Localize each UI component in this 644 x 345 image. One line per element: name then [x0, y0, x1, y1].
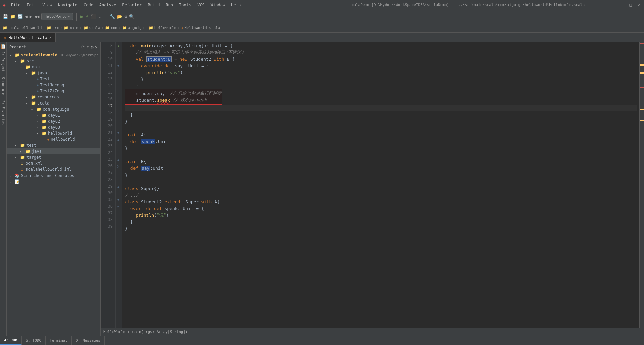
tree-item-scratches[interactable]: ▸ 📝 [7, 179, 100, 185]
toolbar-stop-icon[interactable]: ⬛ [91, 14, 96, 19]
override-marker-26[interactable]: ○! [117, 164, 121, 168]
toolbar-icon-nav[interactable]: ◀◀ [34, 14, 40, 19]
code-37-p2: ) [166, 213, 169, 218]
breadcrumb-main[interactable]: 📁 main [64, 26, 78, 30]
tab-close-button[interactable]: ✕ [49, 36, 51, 39]
tree-item-day01[interactable]: ▸ 📁 day01 [7, 112, 100, 118]
menu-analyze[interactable]: Analyze [97, 2, 119, 8]
override-marker-21[interactable]: ○! [117, 131, 121, 135]
override-marker-11[interactable]: ○! [117, 64, 121, 68]
run-marker-8[interactable]: ▶ [118, 44, 120, 48]
menu-view[interactable]: View [40, 2, 55, 8]
toolbar-icon-undo[interactable]: 💾 [3, 14, 8, 19]
menu-file[interactable]: File [8, 2, 23, 8]
project-selector[interactable]: HelloWorld ▾ [41, 13, 73, 20]
breadcrumb-scalahelloworld[interactable]: 📁 scalahelloworld [3, 26, 42, 30]
label-testjeceng: TestJeceng [40, 83, 64, 87]
override-marker-22[interactable]: ○! [117, 138, 121, 141]
tree-item-java[interactable]: ▾ 📁 java [7, 70, 100, 76]
tab-helloworld[interactable]: ◈ HelloWorld.scala ✕ [0, 33, 56, 42]
bottom-tab-run[interactable]: 4: Run [0, 336, 22, 345]
toolbar-icon-forward[interactable]: ▶ [30, 14, 32, 19]
hide-icon[interactable]: ✕ [95, 44, 98, 50]
tree-item-main[interactable]: ▾ 📁 main [7, 64, 100, 70]
folder-java-test-icon: 📁 [25, 149, 31, 154]
maximize-button[interactable]: □ [628, 2, 633, 8]
gutter-8: ▶ [116, 42, 122, 49]
scroll-warn-2 [640, 72, 644, 74]
tree-item-java-test[interactable]: ▸ 📁 java [7, 148, 100, 154]
run-button[interactable]: ▶ [80, 13, 84, 20]
sync-icon[interactable]: ⟳ [81, 44, 85, 50]
tree-item-helloworld-file[interactable]: ▸ ◈ HelloWorld [7, 136, 100, 142]
override-marker-35[interactable]: ○! [117, 198, 121, 202]
bottom-tab-todo[interactable]: 6: TODO [22, 336, 46, 345]
breadcrumb-com[interactable]: 📁 com [105, 26, 117, 30]
tree-item-scalahelloworld[interactable]: ▾ 📁 scalahelloworld D:\MyWork\WorkSpa... [7, 52, 100, 58]
toolbar-coverage-icon[interactable]: 🛡 [98, 14, 103, 19]
override-marker-36[interactable]: ▽! [117, 205, 121, 208]
code-line-18: } [125, 111, 637, 118]
tree-item-testjeceng[interactable]: ▸ ☕ TestJeceng [7, 82, 100, 88]
gutter-23 [116, 143, 122, 149]
linenum-16: 16 [101, 96, 115, 102]
override-marker-29[interactable]: ○! [117, 185, 121, 188]
tree-item-iml[interactable]: ▸ 🗒 scalahelloworld.iml [7, 166, 100, 172]
toolbar-icon-back[interactable]: ◀ [25, 14, 28, 19]
bottom-tab-messages[interactable]: 0: Messages [72, 336, 105, 345]
sidebar-title: Project [9, 45, 26, 49]
toolbar-icon-sdk[interactable]: 🔧 [110, 14, 115, 19]
override-marker-25[interactable]: ○! [117, 158, 121, 161]
gutter-25: ○! [116, 156, 122, 163]
code-line-17 [125, 105, 637, 111]
nav-structure-label[interactable]: Structure [1, 77, 5, 95]
breadcrumb-helloworld-file[interactable]: ◈ HelloWorld.scala [181, 26, 220, 30]
toolbar-icon-refresh[interactable]: 🔄 [17, 14, 23, 19]
breadcrumb-helloworld[interactable]: 📁 helloworld [149, 26, 176, 30]
toolbar-icon-open[interactable]: 📂 [117, 14, 122, 19]
menu-navigate[interactable]: Navigate [55, 2, 80, 8]
tree-item-target[interactable]: ▸ 📁 target [7, 154, 100, 160]
tree-item-scala-folder[interactable]: ▾ 📁 scala [7, 100, 100, 106]
settings-icon[interactable]: ⚙ [91, 44, 93, 50]
tree-item-src[interactable]: ▾ 📁 src [7, 58, 100, 64]
menu-run[interactable]: Run [163, 2, 176, 8]
code-lines-area[interactable]: def main(args: Array[String]): Unit = { … [122, 42, 639, 328]
nav-project-label[interactable]: 1: Project [1, 52, 5, 72]
menu-tools[interactable]: Tools [176, 2, 194, 8]
menu-refactor[interactable]: Refactor [119, 2, 144, 8]
toolbar-icon-search[interactable]: 🔍 [129, 14, 135, 19]
toolbar-icon-settings[interactable]: ⚙ [124, 14, 127, 19]
close-button[interactable]: ✕ [636, 2, 641, 8]
nav-project-icon[interactable]: 📋 [0, 44, 6, 49]
minimize-button[interactable]: ─ [620, 2, 625, 8]
breadcrumb-atguigu[interactable]: 📁 atguigu [122, 26, 144, 30]
right-scroll-panel [639, 42, 644, 328]
toolbar-icon-save[interactable]: 📁 [10, 14, 15, 19]
tree-item-testzizeng[interactable]: ▸ ☕ TestZiZeng [7, 88, 100, 94]
code-line-27: } [125, 171, 637, 178]
tree-item-resources[interactable]: ▸ 📁 resources [7, 94, 100, 100]
bottom-tab-terminal[interactable]: Terminal [46, 336, 72, 345]
tree-item-pom[interactable]: ▸ 🗒 pom.xml [7, 160, 100, 166]
tree-item-helloworld-folder[interactable]: ▾ 📁 helloworld [7, 130, 100, 136]
menu-edit[interactable]: Edit [24, 2, 39, 8]
nav-favorites-label[interactable]: 2: Favorites [1, 100, 5, 125]
tree-item-test-folder[interactable]: ▾ 📁 test [7, 142, 100, 148]
tree-item-day02[interactable]: ▸ 📁 day02 [7, 118, 100, 124]
breadcrumb-src[interactable]: 📁 src [47, 26, 59, 30]
tree-item-day03[interactable]: ▸ 📁 day03 [7, 124, 100, 130]
tree-item-external-libs[interactable]: ▸ 📚 Scratches and Consoles [7, 172, 100, 179]
collapse-icon[interactable]: ⬆ [87, 44, 89, 50]
tree-item-test-class[interactable]: ▸ ☕ Test [7, 76, 100, 82]
tree-item-com-atguigu[interactable]: ▾ 📁 com.atguigu [7, 106, 100, 112]
toolbar-build-icon[interactable]: ⚡ [86, 13, 89, 20]
student-b-highlight: student:B [146, 56, 172, 62]
menu-code[interactable]: Code [81, 2, 96, 8]
menu-help[interactable]: Help [228, 2, 244, 8]
menu-vcs[interactable]: VCS [195, 2, 207, 8]
menu-window[interactable]: Window [208, 2, 228, 8]
menu-build[interactable]: Build [145, 2, 162, 8]
breadcrumb-scala[interactable]: 📁 scala [84, 26, 100, 30]
folder-resources-icon: 📁 [31, 95, 36, 99]
